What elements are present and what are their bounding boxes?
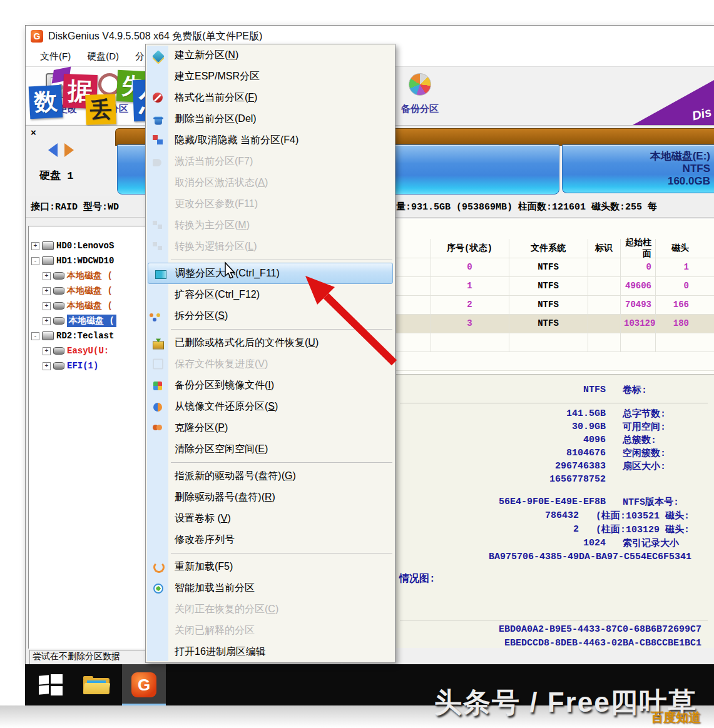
tree-expander-icon[interactable]: -	[31, 332, 39, 340]
tree-item-label: 本地磁盘 (	[67, 315, 116, 327]
tree-expander-icon[interactable]: +	[43, 362, 51, 370]
tree-item[interactable]: -HD1:WDCWD10	[31, 254, 114, 268]
partition-bar-e[interactable]: 本地磁盘(E:) NTFS 160.0GB	[562, 144, 714, 193]
menubar-item-0[interactable]: 文件(F)	[32, 48, 79, 65]
table-grid-line	[620, 239, 621, 351]
banner-char-tile: 丢	[85, 94, 116, 124]
menu-item[interactable]: 指派新的驱动器号(盘符)(G)	[146, 465, 395, 487]
table-row[interactable]: 1NTFS496060	[396, 276, 714, 295]
tree-item[interactable]: +本地磁盘 (	[43, 269, 113, 283]
menu-item[interactable]: 格式化当前分区(F)	[146, 87, 395, 108]
tree-expander-icon[interactable]: +	[43, 302, 51, 310]
menu-item[interactable]: 修改卷序列号	[146, 529, 395, 550]
table-grid-line	[588, 239, 588, 351]
menu-separator	[146, 326, 395, 332]
menu-item-label: 建立ESP/MSR分区	[175, 70, 260, 83]
stat-label: 可用空间:	[623, 421, 666, 433]
partition-guid: EBEDCCD8-8DEB-4463-02BA-CB8CCBE1BC1	[396, 638, 701, 648]
table-cell: 180	[655, 318, 693, 328]
ntfs-stat-row: BA975706-4385-49DA-BA97-C554EC6F5341	[396, 550, 708, 564]
ntfs-stat-value: 786432	[396, 510, 579, 521]
menu-item[interactable]: 智能加载当前分区	[146, 577, 395, 599]
table-row[interactable]: 2NTFS70493166	[396, 295, 714, 314]
menu-item[interactable]: 设置卷标 (V)	[146, 508, 395, 529]
menu-item[interactable]: 转换为逻辑分区(L)	[146, 236, 395, 257]
next-disk-arrow-icon[interactable]	[64, 143, 74, 157]
menu-separator	[146, 460, 395, 465]
menu-item[interactable]: 关闭已解释的分区	[146, 620, 395, 641]
menu-item[interactable]: 扩容分区(Ctrl_F12)	[146, 284, 395, 305]
tree-item[interactable]: +本地磁盘 (	[43, 284, 113, 298]
ntfs-stat-value: 56E4-9F0E-E49E-EF8B	[396, 497, 606, 507]
menu-item[interactable]: 激活当前分区(F7)	[146, 151, 395, 172]
tree-expander-icon[interactable]: +	[43, 287, 51, 295]
menu-item[interactable]: 打开16进制扇区编辑	[146, 641, 395, 662]
tree-item[interactable]: +本地磁盘 (	[43, 314, 116, 328]
menu-item[interactable]: 建立ESP/MSR分区	[146, 66, 395, 87]
volume-fs-value: NTFS	[396, 385, 606, 395]
backup-partition-button[interactable]: 备份分区	[395, 71, 445, 121]
menu-item[interactable]: 更改分区参数(F11)	[146, 193, 395, 215]
menu-item-label: 关闭已解释的分区	[175, 624, 255, 637]
table-cell: 70493	[620, 300, 655, 310]
menu-item-label: 备份分区到镜像文件(I)	[175, 379, 274, 392]
partition-icon	[53, 302, 64, 310]
menu-item[interactable]: 转换为主分区(M)	[146, 215, 395, 236]
partition-tree-panel: +HD0:LenovoS-HD1:WDCWD10+本地磁盘 (+本地磁盘 (+本…	[28, 226, 146, 650]
ntfs-stat-label: (柱面:103129 磁头:	[596, 523, 690, 535]
file-explorer-button[interactable]	[78, 664, 116, 705]
menu-item[interactable]: 取消分区激活状态(A)	[146, 172, 395, 193]
close-icon[interactable]: ×	[31, 127, 36, 138]
menu-item-label: 修改卷序列号	[175, 533, 235, 547]
menubar-item-1[interactable]: 硬盘(D)	[79, 48, 127, 65]
recover-icon	[153, 341, 164, 350]
menu-item[interactable]: 调整分区大小(Ctrl_F11)	[148, 263, 393, 284]
ntfs-stat-label: 索引记录大小	[623, 537, 679, 549]
menu-item[interactable]: 建立新分区(N)	[146, 44, 395, 66]
context-menu-items: 建立新分区(N)建立ESP/MSR分区格式化当前分区(F)删除当前分区(Del)…	[146, 44, 395, 662]
stat-row: 8104676空闲簇数:	[396, 447, 666, 460]
menu-item-label: 设置卷标 (V)	[175, 512, 231, 525]
tree-item[interactable]: +EasyU(U:	[43, 344, 109, 358]
tree-item[interactable]: +EFI(1)	[43, 359, 98, 373]
tree-expander-icon[interactable]: +	[43, 317, 51, 325]
menu-item[interactable]: 备份分区到镜像文件(I)	[146, 375, 395, 396]
stat-value: 4096	[396, 435, 606, 445]
tree-item[interactable]: -RD2:Teclast	[31, 329, 114, 343]
table-row[interactable]: 3NTFS103129180	[396, 314, 714, 333]
menu-item[interactable]: 拆分分区(S)	[146, 305, 395, 326]
table-cell: NTFS	[509, 318, 588, 328]
table-header-cell: 标识	[588, 243, 620, 254]
menu-item-label: 格式化当前分区(F)	[175, 91, 257, 104]
tree-expander-icon[interactable]: +	[43, 347, 51, 355]
table-row[interactable]: 0NTFS01	[396, 258, 714, 276]
menu-item-label: 智能加载当前分区	[175, 582, 255, 595]
tree-expander-icon[interactable]: +	[43, 272, 51, 280]
menu-item[interactable]: 清除分区空闲空间(E)	[146, 438, 395, 460]
menu-item[interactable]: 隐藏/取消隐藏 当前分区(F4)	[146, 129, 395, 151]
prev-disk-arrow-icon[interactable]	[48, 143, 58, 157]
start-button[interactable]	[31, 664, 70, 705]
table-cell: 0	[655, 281, 693, 291]
menu-item[interactable]: 保存文件恢复进度(V)	[146, 353, 395, 375]
menu-item[interactable]: 关闭正在恢复的分区(C)	[146, 599, 395, 620]
menu-item[interactable]: 重新加载(F5)	[146, 556, 395, 577]
menu-item[interactable]: 删除驱动器号(盘符)(R)	[146, 487, 395, 508]
table-grid-line	[396, 351, 714, 352]
table-grid-line	[396, 314, 714, 315]
table-grid-line	[396, 295, 714, 296]
ntfs-stat-label: (柱面:103521 磁头:	[596, 510, 690, 522]
tree-item[interactable]: +本地磁盘 (	[43, 299, 113, 313]
pie-chart-icon	[409, 73, 431, 96]
menu-item[interactable]: 从镜像文件还原分区(S)	[146, 396, 395, 417]
tree-expander-icon[interactable]: -	[31, 257, 39, 265]
tree-item[interactable]: +HD0:LenovoS	[31, 239, 114, 253]
diskgenius-taskbar-button[interactable]: G	[122, 664, 166, 705]
menu-item-label: 转换为主分区(M)	[175, 219, 250, 232]
tree-expander-icon[interactable]: +	[31, 242, 39, 250]
menu-item[interactable]: 克隆分区(P)	[146, 417, 395, 438]
banner-char: 丢	[89, 94, 113, 124]
stat-row: 296746383扇区大小:	[396, 460, 666, 473]
menu-item[interactable]: 删除当前分区(Del)	[146, 108, 395, 129]
menu-item[interactable]: 已删除或格式化后的文件恢复(U)	[146, 332, 395, 353]
